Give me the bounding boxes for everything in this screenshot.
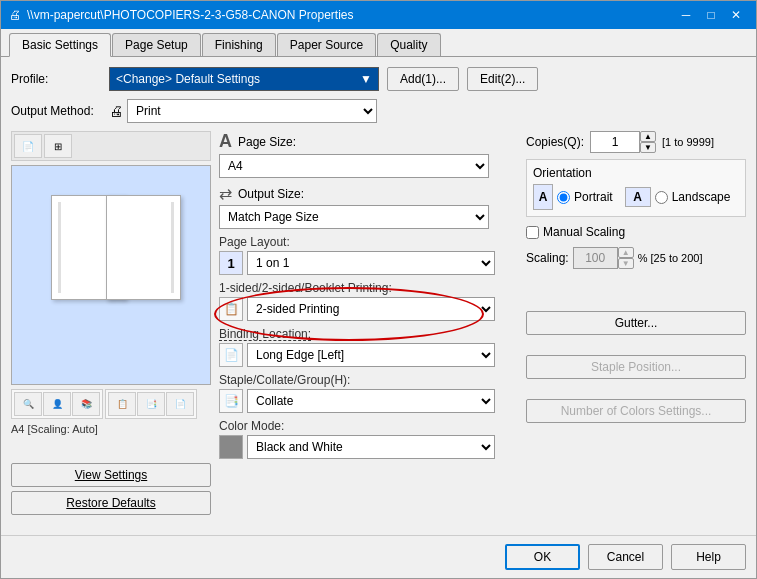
binding-select[interactable]: Long Edge [Left]	[247, 343, 495, 367]
copies-up[interactable]: ▲	[640, 131, 656, 142]
restore-defaults-button[interactable]: Restore Defaults	[11, 491, 211, 515]
icon-doc[interactable]: 📄	[166, 392, 194, 416]
preview-box	[11, 165, 211, 385]
title-bar-left: 🖨 \\vm-papercut\PHOTOCOPIERS-2-3-G58-CAN…	[9, 8, 354, 22]
output-size-select[interactable]: Match Page Size	[219, 205, 489, 229]
view-settings-button[interactable]: View Settings	[11, 463, 211, 487]
output-size-row: ⇄ Output Size: Match Page Size	[219, 184, 518, 229]
tab-finishing[interactable]: Finishing	[202, 33, 276, 56]
portrait-radio[interactable]	[557, 191, 570, 204]
page-layout-icon: 1	[219, 251, 243, 275]
gutter-button[interactable]: Gutter...	[526, 311, 746, 335]
color-mode-icon	[219, 435, 243, 459]
landscape-icon: A	[625, 187, 651, 207]
help-button[interactable]: Help	[671, 544, 746, 570]
page-size-select[interactable]: A4	[219, 154, 489, 178]
scaling-input[interactable]	[573, 247, 618, 269]
window-icon: 🖨	[9, 8, 21, 22]
manual-scaling-checkbox[interactable]	[526, 226, 539, 239]
copies-row: Copies(Q): ▲ ▼ [1 to 9999]	[526, 131, 746, 153]
orientation-label: Orientation	[533, 166, 592, 180]
output-size-label: Output Size:	[238, 187, 304, 201]
edit-button[interactable]: Edit(2)...	[467, 67, 538, 91]
icon-book[interactable]: 📚	[72, 392, 100, 416]
content-area: Profile: <Change> Default Settings ▼ Add…	[1, 57, 756, 535]
cancel-button[interactable]: Cancel	[588, 544, 663, 570]
scaling-down: ▼	[618, 258, 634, 269]
tab-quality[interactable]: Quality	[377, 33, 440, 56]
color-mode-select[interactable]: Black and White	[247, 435, 495, 459]
page-layout-row: Page Layout: 1 1 on 1	[219, 235, 518, 275]
color-mode-label: Color Mode:	[219, 419, 518, 433]
duplex-label: 1-sided/2-sided/Booklet Printing:	[219, 281, 518, 295]
scaling-spinner: ▲ ▼	[618, 247, 634, 269]
output-method-select-group: 🖨 Print	[109, 99, 377, 123]
binding-row: Binding Location: 📄 Long Edge [Left]	[219, 327, 518, 367]
portrait-option: A Portrait	[533, 184, 613, 210]
orientation-options: A Portrait A Landscape	[533, 184, 739, 210]
copies-input[interactable]	[590, 131, 640, 153]
main-window: 🖨 \\vm-papercut\PHOTOCOPIERS-2-3-G58-CAN…	[0, 0, 757, 579]
minimize-button[interactable]: ─	[674, 5, 698, 25]
output-method-select[interactable]: Print	[127, 99, 377, 123]
output-method-label: Output Method:	[11, 104, 101, 118]
binding-label: Binding Location:	[219, 327, 518, 341]
close-button[interactable]: ✕	[724, 5, 748, 25]
right-icons: 📋 📑 📄	[105, 389, 197, 419]
left-toolbar: 📄 ⊞	[11, 131, 211, 161]
staple-icon: 📑	[219, 389, 243, 413]
tab-bar: Basic Settings Page Setup Finishing Pape…	[1, 29, 756, 57]
scaling-range: % [25 to 200]	[638, 252, 703, 264]
landscape-radio[interactable]	[655, 191, 668, 204]
binding-icon: 📄	[219, 343, 243, 367]
scaling-row: Scaling: ▲ ▼ % [25 to 200]	[526, 247, 746, 269]
center-panel: A Page Size: A4 ⇄ Output Size: Match P	[219, 131, 518, 525]
icon-page[interactable]: 📋	[108, 392, 136, 416]
page-layout-select[interactable]: 1 on 1	[247, 251, 495, 275]
orientation-group: Orientation A Portrait A Landscape	[526, 159, 746, 217]
fit-icon[interactable]: ⊞	[44, 134, 72, 158]
page-icon[interactable]: 📄	[14, 134, 42, 158]
title-bar: 🖨 \\vm-papercut\PHOTOCOPIERS-2-3-G58-CAN…	[1, 1, 756, 29]
page-size-row: A Page Size: A4	[219, 131, 518, 178]
printer-icon: 🖨	[109, 103, 123, 119]
bottom-buttons: OK Cancel Help	[1, 535, 756, 578]
add-button[interactable]: Add(1)...	[387, 67, 459, 91]
staple-select[interactable]: Collate	[247, 389, 495, 413]
right-panel: Copies(Q): ▲ ▼ [1 to 9999] Orientation	[526, 131, 746, 525]
copies-spinner: ▲ ▼	[640, 131, 656, 153]
profile-label: Profile:	[11, 72, 101, 86]
icon-stack[interactable]: 📑	[137, 392, 165, 416]
staple-row: Staple/Collate/Group(H): 📑 Collate	[219, 373, 518, 413]
tab-basic-settings[interactable]: Basic Settings	[9, 33, 111, 57]
tab-page-setup[interactable]: Page Setup	[112, 33, 201, 56]
num-colors-button: Number of Colors Settings...	[526, 399, 746, 423]
icon-zoom[interactable]: 🔍	[14, 392, 42, 416]
staple-position-button: Staple Position...	[526, 355, 746, 379]
copies-down[interactable]: ▼	[640, 142, 656, 153]
page-size-icon: A	[219, 131, 232, 152]
icon-toolbar-row: 🔍 👤 📚 📋 📑 📄	[11, 389, 211, 419]
copies-range: [1 to 9999]	[662, 136, 714, 148]
icon-people[interactable]: 👤	[43, 392, 71, 416]
mid-panel: 📄 ⊞	[11, 131, 746, 525]
staple-label: Staple/Collate/Group(H):	[219, 373, 518, 387]
output-size-icon: ⇄	[219, 184, 232, 203]
profile-row: Profile: <Change> Default Settings ▼ Add…	[11, 67, 746, 91]
landscape-label: Landscape	[672, 190, 731, 204]
duplex-row: 1-sided/2-sided/Booklet Printing: 📋 2-si…	[219, 281, 518, 321]
preview-pages	[36, 185, 186, 365]
tab-paper-source[interactable]: Paper Source	[277, 33, 376, 56]
page-size-label: Page Size:	[238, 135, 296, 149]
title-bar-controls: ─ □ ✕	[674, 5, 748, 25]
window-title: \\vm-papercut\PHOTOCOPIERS-2-3-G58-CANON…	[27, 8, 354, 22]
left-panel: 📄 ⊞	[11, 131, 211, 525]
maximize-button[interactable]: □	[699, 5, 723, 25]
duplex-select[interactable]: 2-sided Printing	[247, 297, 495, 321]
duplex-select-container: 📋 2-sided Printing	[219, 297, 518, 321]
profile-dropdown[interactable]: <Change> Default Settings ▼	[109, 67, 379, 91]
portrait-label: Portrait	[574, 190, 613, 204]
ok-button[interactable]: OK	[505, 544, 580, 570]
scaling-label: A4 [Scaling: Auto]	[11, 423, 211, 435]
scaling-label: Scaling:	[526, 251, 569, 265]
